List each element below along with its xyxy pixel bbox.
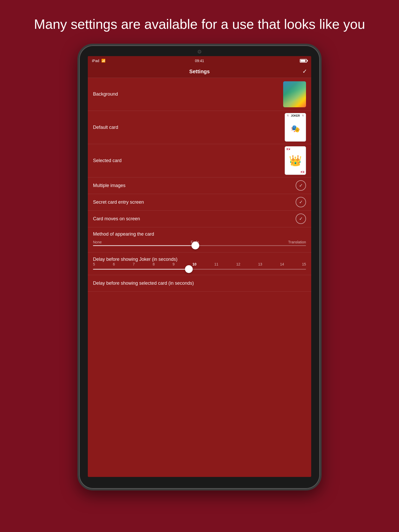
ipad-screen: iPad 📶 09:41 Settings ✓ Background: [88, 56, 311, 477]
method-slider-thumb[interactable]: [191, 242, 199, 249]
nav-title: Settings: [189, 69, 210, 75]
delay-joker-numbers: 5 6 7 8 9 10 11 12 13 14 15: [93, 262, 306, 266]
delay-num-6: 6: [113, 262, 115, 266]
multiple-images-row[interactable]: Multiple images ✓: [88, 177, 311, 194]
method-translation-label: Translation: [288, 240, 306, 244]
joker-figure: 🎭: [291, 124, 300, 133]
delay-joker-slider-fill: [93, 269, 189, 270]
delay-selected-row[interactable]: Delay before showing selected card (in s…: [88, 275, 311, 292]
method-none-label: None: [93, 240, 102, 244]
joker-body: 🎭: [291, 117, 300, 140]
ipad-device: iPad 📶 09:41 Settings ✓ Background: [77, 44, 322, 490]
king-figure: 👑: [289, 155, 302, 166]
selected-card-label: Selected card: [93, 158, 122, 163]
delay-joker-slider-track[interactable]: [93, 269, 306, 270]
battery-fill: [301, 60, 305, 62]
delay-num-10: 10: [192, 262, 197, 266]
delay-num-7: 7: [133, 262, 135, 266]
secret-card-check: ✓: [296, 197, 306, 207]
delay-selected-label: Delay before showing selected card (in s…: [93, 281, 194, 286]
card-moves-row[interactable]: Card moves on screen ✓: [88, 211, 311, 227]
method-header: Method of appearing the card: [93, 231, 306, 237]
joker-corner-tr: 🃏: [302, 114, 304, 117]
status-left: iPad 📶: [92, 59, 105, 63]
default-card-label: Default card: [93, 125, 118, 130]
joker-title: JOKER: [291, 114, 300, 117]
status-time: 09:41: [195, 59, 204, 63]
card-moves-label: Card moves on screen: [93, 216, 140, 222]
default-card-row[interactable]: Default card 🃏 JOKER 🃏 🎭: [88, 111, 311, 144]
settings-list: Background Default card 🃏 JOKER 🃏 🎭: [88, 78, 311, 292]
delay-num-9: 9: [172, 262, 175, 266]
background-row[interactable]: Background: [88, 78, 311, 111]
king-label-tl: K♥: [287, 148, 290, 151]
delay-num-8: 8: [153, 262, 155, 266]
secret-card-row[interactable]: Secret card entry screen ✓: [88, 194, 311, 211]
page-headline: Many settings are available for a use th…: [13, 0, 386, 44]
delay-num-15: 15: [302, 262, 306, 266]
method-row[interactable]: Method of appearing the card None Fade T…: [88, 227, 311, 252]
delay-joker-label: Delay before showing Joker (in seconds): [93, 257, 177, 262]
background-thumbnail: [283, 80, 306, 109]
secret-card-label: Secret card entry screen: [93, 200, 144, 205]
multiple-images-label: Multiple images: [93, 183, 125, 188]
ipad-camera: [198, 50, 201, 54]
method-slider-track[interactable]: [93, 245, 306, 246]
selected-card-row[interactable]: Selected card K♥ 👑 K♥: [88, 144, 311, 177]
device-name: iPad: [92, 59, 99, 63]
status-right: [300, 59, 307, 63]
multiple-images-check: ✓: [296, 180, 306, 191]
delay-joker-slider-thumb[interactable]: [185, 265, 193, 273]
battery-icon: [300, 59, 307, 63]
card-moves-check: ✓: [296, 214, 306, 224]
method-label: Method of appearing the card: [93, 231, 154, 237]
background-label: Background: [93, 91, 118, 97]
delay-num-5: 5: [93, 262, 95, 266]
delay-num-12: 12: [236, 262, 240, 266]
method-slider-fill: [93, 245, 195, 246]
status-bar: iPad 📶 09:41: [88, 56, 311, 65]
king-label-br: K♥: [301, 170, 304, 174]
joker-corner-tl: 🃏: [287, 114, 289, 117]
nav-bar: Settings ✓: [88, 65, 311, 78]
method-slider-labels: None Fade Translation: [93, 240, 306, 244]
joker-header: 🃏 JOKER 🃏: [286, 114, 305, 117]
delay-joker-row[interactable]: Delay before showing Joker (in seconds) …: [88, 252, 311, 275]
joker-card-thumbnail: 🃏 JOKER 🃏 🎭: [285, 113, 306, 142]
delay-num-14: 14: [280, 262, 284, 266]
done-button[interactable]: ✓: [302, 68, 307, 75]
background-image: [283, 81, 306, 107]
delay-num-11: 11: [214, 262, 218, 266]
king-card-thumbnail: K♥ 👑 K♥: [285, 146, 306, 175]
delay-num-13: 13: [258, 262, 262, 266]
wifi-icon: 📶: [101, 59, 105, 63]
method-slider-container: None Fade Translation: [93, 240, 306, 248]
